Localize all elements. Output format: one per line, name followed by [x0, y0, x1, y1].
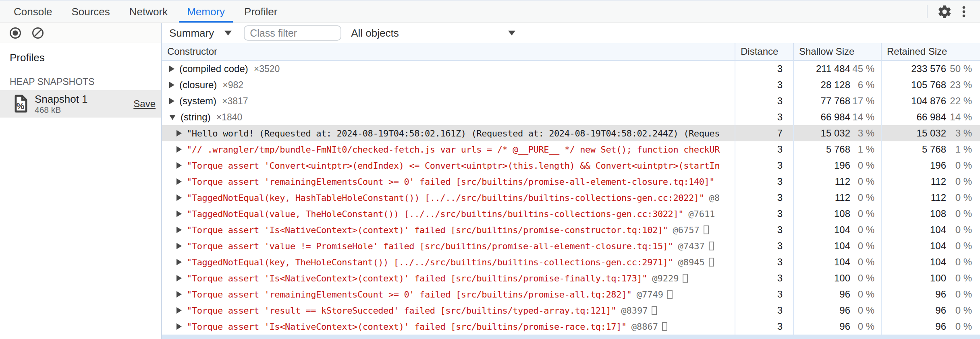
constructor-name: (system)	[179, 95, 216, 107]
table-row[interactable]: (closure)×982328 1286 %105 76823 %	[162, 77, 980, 93]
table-row[interactable]: "TaggedNotEqual(key, TheHoleConstant()) …	[162, 254, 980, 270]
expand-triangle-icon[interactable]	[176, 130, 182, 136]
expand-triangle-icon[interactable]	[176, 211, 182, 217]
expand-triangle-icon[interactable]	[176, 227, 182, 233]
heap-snapshot-file-icon: %	[14, 95, 28, 113]
class-filter-input[interactable]	[244, 25, 341, 41]
expand-triangle-icon[interactable]	[176, 259, 182, 265]
kebab-menu-icon[interactable]	[954, 2, 974, 21]
string-preview: "// .wrangler/tmp/bundle-FmNIt0/checked-…	[187, 145, 720, 155]
table-row[interactable]: "Torque assert 'Convert<uintptr>(endInde…	[162, 157, 980, 174]
expand-triangle-icon[interactable]	[176, 162, 182, 169]
collapse-triangle-icon[interactable]	[169, 115, 176, 120]
tab-console[interactable]: Console	[4, 1, 62, 23]
column-header-retained-size[interactable]: Retained Size	[881, 43, 980, 60]
object-id: @9229	[652, 273, 679, 283]
table-row[interactable]: (compiled code)×35203211 48445 %233 5765…	[162, 61, 980, 77]
expand-triangle-icon[interactable]	[169, 66, 174, 72]
retained-size-percent: 0 %	[946, 192, 980, 203]
gear-icon[interactable]	[935, 2, 954, 21]
save-snapshot-link[interactable]: Save	[133, 98, 156, 110]
devtools-tabbar: Console Sources Network Memory Profiler	[0, 0, 980, 23]
objects-select[interactable]: All objects	[346, 27, 515, 39]
constructor-cell: "Torque assert 'Is<NativeContext>(contex…	[162, 222, 735, 238]
distance-cell: 3	[735, 302, 793, 318]
record-heap-snapshot-icon[interactable]	[6, 23, 25, 43]
shallow-size-value: 196	[794, 160, 850, 171]
column-header-constructor[interactable]: Constructor	[162, 43, 735, 60]
table-row[interactable]: (system)×3817377 76817 %104 87622 %	[162, 93, 980, 109]
expand-triangle-icon[interactable]	[176, 243, 182, 249]
retained-size-percent: 3 %	[946, 128, 980, 139]
string-preview: "TaggedNotEqual(key, TheHoleConstant()) …	[187, 257, 673, 267]
expand-triangle-icon[interactable]	[176, 291, 182, 298]
table-row[interactable]: "Torque assert 'Is<NativeContext>(contex…	[162, 222, 980, 238]
retained-size-percent: 0 %	[946, 240, 980, 252]
table-row[interactable]: "Torque assert 'value != PromiseHole' fa…	[162, 238, 980, 254]
instance-count: ×3520	[254, 64, 280, 74]
shallow-size-percent: 0 %	[850, 289, 881, 300]
table-row[interactable]: "Torque assert 'Is<NativeContext>(contex…	[162, 318, 980, 335]
partial-next-row	[162, 335, 980, 339]
expand-triangle-icon[interactable]	[176, 323, 182, 330]
clear-all-profiles-icon[interactable]	[28, 23, 48, 43]
expand-triangle-icon[interactable]	[176, 307, 182, 314]
expand-triangle-icon[interactable]	[176, 146, 182, 153]
shallow-size-percent: 1 %	[850, 144, 881, 155]
shallow-size-percent: 0 %	[850, 256, 881, 268]
retained-size-value: 104	[882, 224, 946, 236]
string-preview: "Hello world! (Requested at: 2024-08-19T…	[187, 128, 720, 138]
table-row[interactable]: "Torque assert 'remainingElementsCount >…	[162, 174, 980, 190]
column-header-distance[interactable]: Distance	[735, 43, 793, 60]
expand-triangle-icon[interactable]	[169, 82, 174, 88]
retained-size-value: 105 768	[882, 79, 946, 91]
table-row[interactable]: "Torque assert 'Is<NativeContext>(contex…	[162, 270, 980, 286]
perspective-select[interactable]: Summary	[169, 27, 232, 39]
object-id-box-icon	[662, 322, 667, 331]
shallow-size-percent: 3 %	[850, 128, 881, 139]
retained-size-cell: 1080 %	[881, 206, 980, 222]
retained-size-cell: 105 76823 %	[881, 77, 980, 93]
table-row[interactable]: "Hello world! (Requested at: 2024-08-19T…	[162, 125, 980, 141]
string-preview: "Torque assert 'remainingElementsCount >…	[187, 289, 632, 300]
object-id: @6757	[673, 225, 700, 235]
column-header-shallow-size[interactable]: Shallow Size	[793, 43, 881, 60]
devtools-memory-panel: Console Sources Network Memory Profiler …	[0, 0, 980, 339]
expand-triangle-icon[interactable]	[169, 98, 174, 104]
table-row[interactable]: "Torque assert 'remainingElementsCount >…	[162, 286, 980, 302]
shallow-size-value: 15 032	[794, 128, 850, 139]
constructor-cell: (closure)×982	[162, 77, 735, 93]
shallow-size-percent: 0 %	[850, 321, 881, 332]
tab-profiler[interactable]: Profiler	[235, 1, 287, 23]
retained-size-cell: 960 %	[881, 286, 980, 302]
instance-count: ×982	[222, 80, 243, 91]
retained-size-value: 5 768	[882, 144, 946, 155]
constructor-cell: "Torque assert 'remainingElementsCount >…	[162, 174, 735, 190]
retained-size-cell: 66 98414 %	[881, 109, 980, 125]
tab-memory[interactable]: Memory	[177, 1, 235, 23]
expand-triangle-icon[interactable]	[176, 275, 182, 281]
retained-size-percent: 50 %	[946, 63, 980, 74]
constructor-cell: "Torque assert 'result == kStoreSucceded…	[162, 302, 735, 318]
tab-network[interactable]: Network	[120, 1, 177, 23]
retained-size-percent: 0 %	[946, 224, 980, 236]
constructor-cell: "TaggedNotEqual(key, TheHoleConstant()) …	[162, 254, 735, 270]
table-row[interactable]: "TaggedNotEqual(key, HashTableHoleConsta…	[162, 190, 980, 206]
constructor-name: (compiled code)	[179, 63, 248, 74]
table-row[interactable]: "TaggedNotEqual(value, TheHoleConstant()…	[162, 206, 980, 222]
sidebar-item-snapshot-1[interactable]: % Snapshot 1 468 kB Save	[0, 90, 161, 118]
shallow-size-percent: 0 %	[850, 192, 881, 203]
tab-sources[interactable]: Sources	[62, 1, 119, 23]
expand-triangle-icon[interactable]	[176, 178, 182, 185]
object-id-box-icon	[709, 242, 714, 250]
shallow-size-percent: 0 %	[850, 176, 881, 187]
shallow-size-value: 96	[794, 305, 850, 316]
table-row[interactable]: (string)×1840366 98414 %66 98414 %	[162, 109, 980, 125]
shallow-size-cell: 1080 %	[793, 206, 881, 222]
table-row[interactable]: "Torque assert 'result == kStoreSucceded…	[162, 302, 980, 318]
retained-size-value: 96	[882, 289, 946, 300]
shallow-size-percent: 0 %	[850, 273, 881, 284]
shallow-size-cell: 28 1286 %	[793, 77, 881, 93]
table-row[interactable]: "// .wrangler/tmp/bundle-FmNIt0/checked-…	[162, 141, 980, 157]
expand-triangle-icon[interactable]	[176, 194, 182, 201]
